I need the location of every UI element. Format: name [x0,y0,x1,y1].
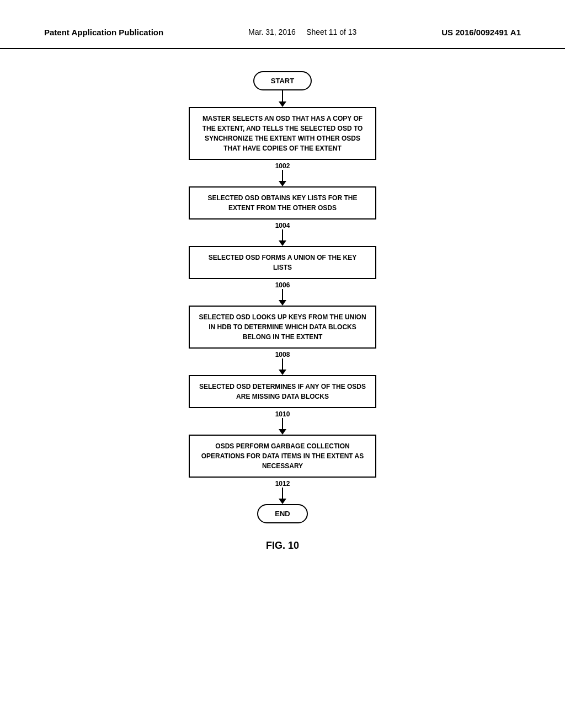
step-1008-container: SELECTED OSD LOOKS UP KEYS FROM THE UNIO… [189,306,376,358]
header-publication-title: Patent Application Publication [44,28,163,37]
step-1012-text: OSDS PERFORM GARBAGE COLLECTION OPERATIO… [201,442,364,470]
arrow-2 [279,170,286,186]
header-date-sheet: Mar. 31, 2016 Sheet 11 of 13 [248,28,356,36]
arrow-7 [279,488,286,504]
step-1012-label: 1012 [275,480,290,488]
header-date: Mar. 31, 2016 [248,28,296,36]
step-1008-label: 1008 [275,351,290,358]
arrow-4 [279,289,286,306]
step-1006-box: SELECTED OSD FORMS A UNION OF THE KEY LI… [189,246,376,279]
step-1004-label: 1004 [275,222,290,229]
step-1006-text: SELECTED OSD FORMS A UNION OF THE KEY LI… [209,254,356,271]
step-1006-label: 1006 [275,281,290,289]
arrow-6 [279,418,286,435]
arrow-1 [279,90,286,107]
step-1010-label: 1010 [275,410,290,418]
step-1006-container: SELECTED OSD FORMS A UNION OF THE KEY LI… [189,246,376,289]
flowchart: START MASTER SELECTS AN OSD THAT HAS A C… [0,49,565,563]
step-1008-text: SELECTED OSD LOOKS UP KEYS FROM THE UNIO… [199,313,366,341]
step-1012-container: OSDS PERFORM GARBAGE COLLECTION OPERATIO… [189,435,376,488]
arrow-5 [279,358,286,375]
step-1002-text: MASTER SELECTS AN OSD THAT HAS A COPY OF… [202,115,363,152]
step-1004-container: SELECTED OSD OBTAINS KEY LISTS FOR THE E… [189,186,376,229]
step-1010-box: SELECTED OSD DETERMINES IF ANY OF THE OS… [189,375,376,408]
step-1004-box: SELECTED OSD OBTAINS KEY LISTS FOR THE E… [189,186,376,220]
start-node: START [253,71,312,90]
step-1002-label: 1002 [275,162,290,170]
end-node: END [257,504,307,523]
step-1002-container: MASTER SELECTS AN OSD THAT HAS A COPY OF… [189,107,376,170]
step-1012-box: OSDS PERFORM GARBAGE COLLECTION OPERATIO… [189,435,376,478]
step-1002-box: MASTER SELECTS AN OSD THAT HAS A COPY OF… [189,107,376,160]
step-1004-text: SELECTED OSD OBTAINS KEY LISTS FOR THE E… [208,194,358,212]
step-1008-box: SELECTED OSD LOOKS UP KEYS FROM THE UNIO… [189,306,376,349]
step-1010-container: SELECTED OSD DETERMINES IF ANY OF THE OS… [189,375,376,418]
header-sheet: Sheet 11 of 13 [306,28,356,36]
patent-page: Patent Application Publication Mar. 31, … [0,0,565,728]
figure-label: FIG. 10 [266,540,299,552]
header-patent-number: US 2016/0092491 A1 [441,28,521,37]
step-1010-text: SELECTED OSD DETERMINES IF ANY OF THE OS… [199,383,366,400]
page-header: Patent Application Publication Mar. 31, … [0,0,565,49]
arrow-3 [279,229,286,246]
